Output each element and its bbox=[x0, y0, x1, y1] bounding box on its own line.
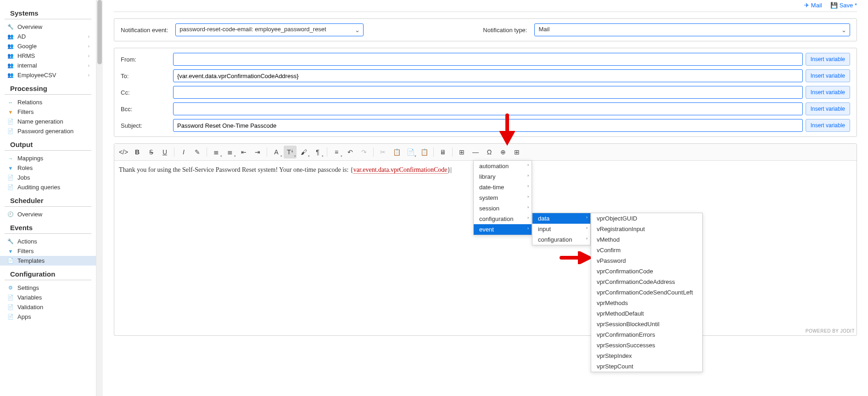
toolbar-button[interactable]: ≣ bbox=[210, 146, 223, 158]
toolbar-button[interactable]: </> bbox=[117, 146, 130, 158]
menu-item-vconfirm[interactable]: vConfirm bbox=[591, 245, 702, 255]
menu-item-event[interactable]: event› bbox=[474, 224, 532, 235]
toolbar-button[interactable]: ⊞ bbox=[455, 146, 468, 158]
menu-item-vregistrationinput[interactable]: vRegistrationInput bbox=[591, 224, 702, 234]
sidebar-item-label: Jobs bbox=[17, 174, 30, 181]
sidebar-item-hrms[interactable]: 👥HRMS› bbox=[0, 51, 96, 61]
insert-variable-button[interactable]: Insert variable bbox=[806, 53, 850, 66]
notification-type-select[interactable]: Mail bbox=[534, 23, 850, 36]
field-input-cc[interactable] bbox=[173, 86, 803, 99]
editor-toolbar: </>BS̶UI✎≣≣⇤⇥ATꜜ🖌¶≡↶↷✂📋📄📋🖥⊞—Ω⊕⊞ bbox=[114, 144, 857, 161]
toolbar-button[interactable]: ✎ bbox=[191, 146, 204, 158]
event-value: password-reset-code-email: employee_pass… bbox=[179, 26, 326, 33]
menu-item-data[interactable]: data› bbox=[532, 213, 590, 224]
menu-item-vprconfirmationcodesendcountleft[interactable]: vprConfirmationCodeSendCountLeft bbox=[591, 287, 702, 298]
menu-item-vprconfirmationerrors[interactable]: vprConfirmationErrors bbox=[591, 329, 702, 340]
insert-variable-button[interactable]: ⊕ bbox=[497, 146, 510, 158]
toolbar-button[interactable]: B bbox=[131, 146, 144, 158]
field-input-subject[interactable] bbox=[173, 119, 803, 132]
sidebar-item-templates[interactable]: 📄Templates bbox=[0, 256, 96, 266]
menu-item-vprsessionblockeduntil[interactable]: vprSessionBlockedUntil bbox=[591, 319, 702, 329]
mail-link[interactable]: ✈Mail bbox=[804, 2, 822, 9]
menu-item-vprconfirmationcodeaddress[interactable]: vprConfirmationCodeAddress bbox=[591, 277, 702, 287]
sidebar-item-label: Filters bbox=[17, 108, 34, 115]
toolbar-button[interactable]: Ω bbox=[483, 146, 496, 158]
scrollbar[interactable] bbox=[96, 0, 103, 396]
menu-item-vprobjectguid[interactable]: vprObjectGUID bbox=[591, 213, 702, 224]
sidebar-item-label: Validation bbox=[17, 304, 43, 311]
menu-item-vprmethods[interactable]: vprMethods bbox=[591, 298, 702, 308]
toolbar-button[interactable]: ≡ bbox=[330, 146, 343, 158]
sidebar-item-mappings[interactable]: →Mappings bbox=[0, 153, 96, 163]
sidebar-item-icon: 👥 bbox=[6, 53, 15, 59]
insert-variable-button[interactable]: Insert variable bbox=[806, 102, 850, 115]
menu-item-vprmethoddefault[interactable]: vprMethodDefault bbox=[591, 308, 702, 319]
menu-item-session[interactable]: session› bbox=[474, 203, 532, 214]
toolbar-button[interactable]: ⇤ bbox=[237, 146, 250, 158]
insert-variable-button[interactable]: Insert variable bbox=[806, 86, 850, 99]
menu-item-date-time[interactable]: date-time› bbox=[474, 182, 532, 192]
menu-item-configuration[interactable]: configuration› bbox=[532, 234, 590, 245]
sidebar-item-filters[interactable]: ▼Filters bbox=[0, 107, 96, 117]
fields-card: From:Insert variableTo:Insert variableCc… bbox=[114, 48, 857, 137]
sidebar-item-overview[interactable]: 🔧Overview bbox=[0, 22, 96, 32]
toolbar-button[interactable]: U bbox=[158, 146, 171, 158]
toolbar-button[interactable]: I bbox=[177, 146, 190, 158]
menu-item-configuration[interactable]: configuration› bbox=[474, 214, 532, 224]
sidebar-item-icon: 📄 bbox=[6, 184, 15, 190]
toolbar-button[interactable]: ↶ bbox=[344, 146, 357, 158]
field-input-from[interactable] bbox=[173, 53, 803, 66]
toolbar-button[interactable]: Tꜜ bbox=[284, 146, 297, 158]
sidebar-item-variables[interactable]: 📄Variables bbox=[0, 293, 96, 302]
type-label: Notification type: bbox=[483, 27, 527, 34]
notification-event-select[interactable]: password-reset-code-email: employee_pass… bbox=[175, 23, 364, 36]
sidebar-item-ad[interactable]: 👥AD› bbox=[0, 32, 96, 41]
field-input-to[interactable] bbox=[173, 69, 803, 82]
sidebar-item-overview[interactable]: 🕘Overview bbox=[0, 209, 96, 219]
field-input-bcc[interactable] bbox=[173, 102, 803, 115]
toolbar-button[interactable]: ⊞ bbox=[510, 146, 523, 158]
toolbar-button[interactable]: ≣ bbox=[224, 146, 236, 158]
sidebar-item-auditing-queries[interactable]: 📄Auditing queries bbox=[0, 182, 96, 192]
sidebar-item-roles[interactable]: ▼Roles bbox=[0, 163, 96, 173]
menu-item-vprconfirmationcode[interactable]: vprConfirmationCode bbox=[591, 266, 702, 277]
menu-item-library[interactable]: library› bbox=[474, 171, 532, 182]
toolbar-button[interactable]: 🖌 bbox=[297, 146, 310, 158]
insert-variable-button[interactable]: Insert variable bbox=[806, 119, 850, 132]
menu-item-system[interactable]: system› bbox=[474, 192, 532, 203]
chevron-right-icon: › bbox=[586, 226, 588, 230]
toolbar-button[interactable]: S̶ bbox=[145, 146, 157, 158]
menu-item-input[interactable]: input› bbox=[532, 224, 590, 234]
toolbar-button[interactable]: A bbox=[270, 146, 283, 158]
toolbar-button[interactable]: 📄 bbox=[404, 146, 417, 158]
toolbar-button[interactable]: 🖥 bbox=[437, 146, 449, 158]
toolbar-button[interactable]: — bbox=[469, 146, 482, 158]
sidebar-item-apps[interactable]: 📄Apps bbox=[0, 312, 96, 322]
menu-item-vpassword[interactable]: vPassword bbox=[591, 255, 702, 266]
sidebar-item-actions[interactable]: 🔧Actions bbox=[0, 237, 96, 246]
annotation-arrow-down bbox=[499, 113, 515, 147]
toolbar-button[interactable]: 📋 bbox=[418, 146, 431, 158]
menu-item-vprstepcount[interactable]: vprStepCount bbox=[591, 361, 702, 372]
sidebar-item-internal[interactable]: 👥internal› bbox=[0, 61, 96, 70]
insert-variable-button[interactable]: Insert variable bbox=[806, 69, 850, 82]
sidebar-item-password-generation[interactable]: 📄Password generation bbox=[0, 126, 96, 136]
sidebar-item-relations[interactable]: ↔Relations bbox=[0, 97, 96, 107]
toolbar-button[interactable]: ⇥ bbox=[251, 146, 264, 158]
menu-item-automation[interactable]: automation› bbox=[474, 161, 532, 171]
menu-item-vprstepindex[interactable]: vprStepIndex bbox=[591, 351, 702, 361]
sidebar-item-employeecsv[interactable]: 👥EmployeeCSV› bbox=[0, 70, 96, 80]
sidebar-item-name-generation[interactable]: 📄Name generation bbox=[0, 117, 96, 126]
menu-item-vmethod[interactable]: vMethod bbox=[591, 234, 702, 245]
sidebar-item-label: Relations bbox=[17, 99, 42, 106]
sidebar-group-header: Events bbox=[5, 221, 91, 234]
menu-item-vprsessionsuccesses[interactable]: vprSessionSuccesses bbox=[591, 340, 702, 351]
toolbar-button[interactable]: ¶ bbox=[311, 146, 324, 158]
sidebar-item-google[interactable]: 👥Google› bbox=[0, 41, 96, 51]
sidebar-item-jobs[interactable]: 📄Jobs bbox=[0, 173, 96, 182]
sidebar-item-validation[interactable]: 📄Validation bbox=[0, 302, 96, 312]
toolbar-button: ✂ bbox=[376, 146, 389, 158]
sidebar-item-settings[interactable]: ⚙Settings bbox=[0, 283, 96, 293]
save-link[interactable]: 💾Save * bbox=[830, 2, 857, 9]
sidebar-item-filters[interactable]: ▼Filters bbox=[0, 246, 96, 256]
